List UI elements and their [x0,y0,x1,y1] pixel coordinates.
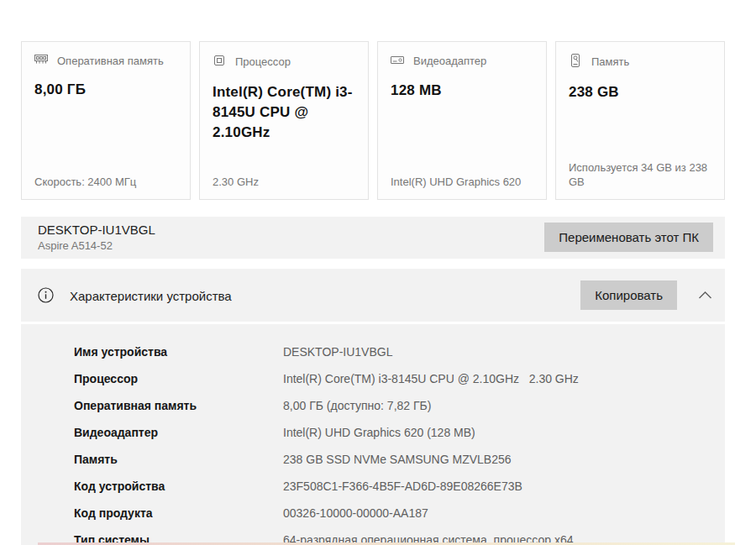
spec-value: 23F508C1-F366-4B5F-AD6D-89E08266E73B [283,479,522,493]
card-value: 8,00 ГБ [34,80,177,100]
spec-value: 8,00 ГБ (доступно: 7,82 ГБ) [283,399,431,412]
spec-row-video-adapter: Видеоадаптер Intel(R) UHD Graphics 620 (… [21,419,725,446]
card-value: Intel(R) Core(TM) i3-8145U CPU @ 2.10GHz [213,82,355,142]
card-title: Процессор [235,55,291,68]
spec-label: Код устройства [74,479,283,493]
card-ram: Оперативная память 8,00 ГБ Скорость: 240… [21,41,191,200]
card-footer: Скорость: 2400 МГц [34,175,181,190]
spec-row-ram: Оперативная память 8,00 ГБ (доступно: 7,… [21,392,725,419]
device-specs-panel: Имя устройства DESKTOP-IU1VBGL Процессор… [21,324,725,545]
card-cpu: Процессор Intel(R) Core(TM) i3-8145U CPU… [199,41,369,200]
spec-value: 238 GB SSD NVMe SAMSUNG MZVLB256 [283,453,512,466]
collapse-section-button[interactable] [695,286,715,306]
card-title: Память [591,55,629,68]
spec-value: 00326-10000-00000-AA187 [283,506,428,520]
card-title: Видеоадаптер [413,55,486,67]
device-specs-header: Характеристики устройства Копировать [21,269,725,322]
cpu-icon [213,54,226,70]
chevron-up-icon [698,290,712,302]
card-value: 238 GB [569,82,711,102]
disk-icon [569,54,582,70]
device-name: DESKTOP-IU1VBGL [38,223,155,237]
spec-row-device-name: Имя устройства DESKTOP-IU1VBGL [21,338,725,365]
ram-icon [34,54,48,67]
gpu-icon [391,54,404,68]
copy-button[interactable]: Копировать [580,280,677,310]
rename-pc-button[interactable]: Переименовать этот ПК [544,223,713,252]
spec-value: DESKTOP-IU1VBGL [283,345,392,359]
card-value: 128 MB [391,81,533,101]
spec-label: Оперативная память [74,399,283,412]
spec-value: Intel(R) UHD Graphics 620 (128 MB) [283,426,475,439]
spec-row-device-id: Код устройства 23F508C1-F366-4B5F-AD6D-8… [21,473,725,500]
spec-label: Видеоадаптер [74,426,283,439]
spec-value: Intel(R) Core(TM) i3-8145U CPU @ 2.10GHz… [283,372,579,385]
info-icon [38,287,54,307]
device-model: Aspire A514-52 [38,239,155,252]
card-title: Оперативная память [57,55,164,67]
spec-row-processor: Процессор Intel(R) Core(TM) i3-8145U CPU… [21,365,725,392]
card-footer: Intel(R) UHD Graphics 620 [391,175,537,190]
card-gpu: Видеоадаптер 128 MB Intel(R) UHD Graphic… [377,41,547,200]
card-storage: Память 238 GB Используется 34 GB из 238 … [555,41,725,200]
spec-label: Процессор [74,372,283,385]
spec-label: Имя устройства [74,345,283,359]
spec-label: Память [74,453,283,466]
device-name-panel: DESKTOP-IU1VBGL Aspire A514-52 Переимено… [21,217,725,259]
spec-row-product-id: Код продукта 00326-10000-00000-AA187 [21,500,725,527]
specs-heading: Характеристики устройства [70,289,232,303]
hardware-cards: Оперативная память 8,00 ГБ Скорость: 240… [21,41,725,200]
spec-row-storage: Память 238 GB SSD NVMe SAMSUNG MZVLB256 [21,446,725,473]
card-footer: Используется 34 GB из 238 GB [569,160,715,190]
spec-label: Код продукта [74,506,283,520]
card-footer: 2.30 GHz [213,175,359,190]
